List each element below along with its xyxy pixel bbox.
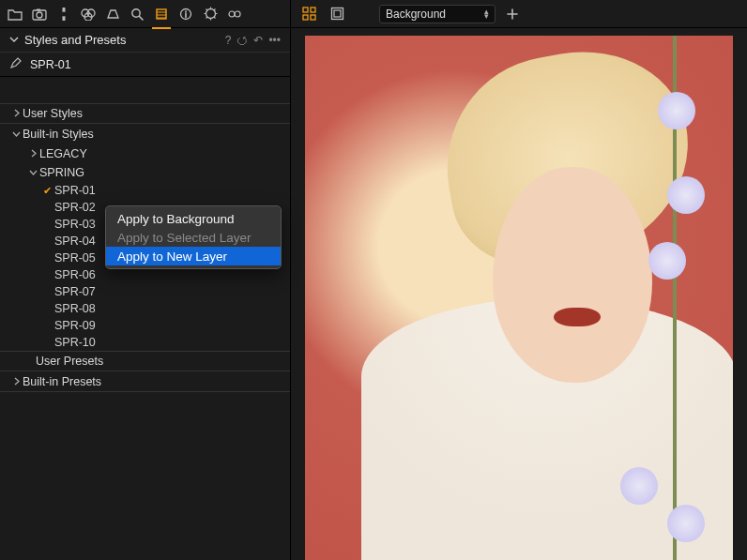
- menu-item-apply-selected-layer: Apply to Selected Layer: [106, 228, 281, 247]
- chevron-right-icon: [9, 375, 23, 388]
- style-label: SPR-10: [54, 336, 96, 349]
- section-user-styles[interactable]: User Styles: [0, 103, 290, 124]
- style-label: SPR-09: [54, 319, 96, 332]
- context-menu: Apply to Background Apply to Selected La…: [105, 205, 282, 269]
- style-label: SPR-06: [54, 268, 96, 281]
- folder-label: SPRING: [39, 166, 84, 179]
- panel-revert-icon[interactable]: ⭯: [236, 34, 248, 47]
- styles-icon[interactable]: [150, 3, 173, 25]
- section-user-presets[interactable]: User Presets: [0, 351, 290, 371]
- add-layer-button[interactable]: [503, 5, 522, 23]
- section-builtin-styles[interactable]: Built-in Styles: [0, 124, 290, 144]
- select-caret-icon: ▴▾: [484, 9, 489, 19]
- chevron-down-icon[interactable]: [9, 33, 19, 47]
- main-area: Background ▴▾: [291, 0, 747, 560]
- svg-point-12: [235, 11, 240, 17]
- section-label: User Styles: [23, 107, 83, 120]
- brush-icon: [9, 56, 23, 72]
- svg-point-1: [37, 12, 42, 18]
- layer-select-label: Background: [386, 8, 484, 21]
- style-label: SPR-02: [54, 201, 96, 214]
- section-label: Built-in Styles: [23, 128, 94, 141]
- metadata-icon[interactable]: [175, 3, 197, 25]
- svg-point-11: [229, 11, 235, 17]
- panel-title: Styles and Presets: [24, 33, 225, 47]
- style-label: SPR-05: [54, 251, 96, 265]
- single-view-icon[interactable]: [327, 5, 347, 23]
- grid-view-icon[interactable]: [298, 5, 319, 23]
- folder-label: LEGACY: [39, 147, 87, 160]
- panel-actions: ? ⭯ ↶ •••: [225, 34, 281, 47]
- svg-rect-13: [303, 8, 308, 12]
- panel-help-icon[interactable]: ?: [225, 34, 232, 47]
- style-item[interactable]: SPR-10: [0, 334, 290, 351]
- library-icon[interactable]: [4, 3, 26, 25]
- svg-rect-2: [37, 8, 40, 10]
- style-label: SPR-04: [54, 235, 96, 248]
- chevron-down-icon: [9, 128, 23, 141]
- details-icon[interactable]: [126, 3, 148, 25]
- svg-rect-17: [331, 8, 343, 20]
- capture-icon[interactable]: [28, 3, 51, 25]
- sidebar-tool-toolbar: [0, 0, 290, 28]
- quick-icon[interactable]: [223, 3, 246, 25]
- svg-rect-18: [334, 10, 341, 17]
- svg-rect-14: [311, 8, 315, 12]
- current-style-label: SPR-01: [30, 58, 71, 71]
- current-style-row: SPR-01: [0, 53, 290, 77]
- style-label: SPR-03: [54, 218, 96, 231]
- styles-panel-header: Styles and Presets ? ⭯ ↶ •••: [0, 28, 290, 53]
- adjustments-icon[interactable]: [199, 3, 221, 25]
- svg-point-10: [206, 9, 215, 19]
- section-label: Built-in Presets: [23, 375, 101, 388]
- menu-item-apply-background[interactable]: Apply to Background: [106, 209, 281, 228]
- style-label: SPR-08: [54, 302, 96, 315]
- svg-rect-15: [303, 15, 308, 20]
- preview-image: [305, 36, 733, 560]
- panel-undo-icon[interactable]: ↶: [253, 34, 263, 47]
- svg-rect-16: [311, 15, 315, 20]
- sidebar: Styles and Presets ? ⭯ ↶ ••• SPR-01 User…: [0, 0, 291, 560]
- svg-point-3: [62, 11, 67, 16]
- section-label: User Presets: [36, 355, 103, 368]
- check-icon: ✔: [39, 185, 54, 197]
- image-viewport[interactable]: [291, 28, 747, 560]
- folder-spring[interactable]: SPRING: [0, 163, 290, 182]
- style-item[interactable]: SPR-08: [0, 300, 290, 317]
- panel-more-icon[interactable]: •••: [268, 34, 281, 47]
- section-builtin-presets[interactable]: Built-in Presets: [0, 371, 290, 392]
- menu-item-apply-new-layer[interactable]: Apply to New Layer: [106, 247, 281, 265]
- layer-select[interactable]: Background ▴▾: [379, 5, 495, 23]
- chevron-down-icon: [26, 166, 39, 179]
- color-icon[interactable]: [77, 3, 99, 25]
- style-label: SPR-01: [54, 184, 96, 197]
- style-item[interactable]: SPR-09: [0, 317, 290, 334]
- chevron-right-icon: [9, 107, 23, 120]
- chevron-right-icon: [26, 147, 39, 160]
- style-item[interactable]: ✔ SPR-01: [0, 182, 290, 199]
- style-item[interactable]: SPR-07: [0, 283, 290, 300]
- exposure-icon[interactable]: [53, 3, 75, 25]
- crop-icon[interactable]: [101, 3, 124, 25]
- viewer-toolbar: Background ▴▾: [291, 0, 747, 28]
- style-label: SPR-07: [54, 285, 96, 298]
- folder-legacy[interactable]: LEGACY: [0, 144, 290, 163]
